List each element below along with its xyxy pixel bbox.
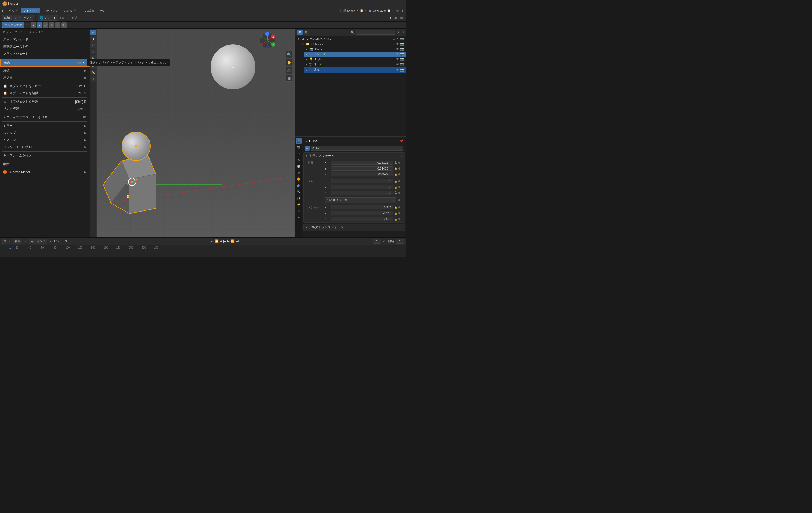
prop-tab-world[interactable]: ⚙ <box>296 170 302 176</box>
tab-sculpt[interactable]: モデリング <box>41 8 61 14</box>
menu-item-insert-keyframe[interactable]: キーフレームを挿入... I <box>0 152 90 159</box>
tool-add[interactable]: + <box>90 76 96 82</box>
lock-icon-sx[interactable]: 🔓 <box>394 206 397 209</box>
menu-item-smooth-shade[interactable]: スムーズシェード <box>0 36 90 43</box>
zoom-in-btn[interactable]: 🔍 <box>286 51 292 58</box>
keyframe-dot-mode[interactable] <box>398 199 401 201</box>
next-keyframe-btn[interactable]: ⏩ <box>231 239 235 243</box>
viewport-shading-render[interactable]: ◎ <box>399 16 404 20</box>
lock-icon-pz[interactable]: 🔓 <box>394 173 397 176</box>
viewport-shading-solid[interactable]: ● <box>388 16 392 20</box>
viewlayer-selector[interactable]: ▦ ViewLayer 📋 ✕ <box>369 9 394 12</box>
prop-tab-view[interactable]: 👁 <box>296 157 302 163</box>
select-tools[interactable]: ✚ <box>55 23 60 28</box>
menu-item-copy[interactable]: 📋 オブジェクトをコピー [Ctrl] C <box>0 82 90 90</box>
add-btn[interactable]: 追加 <box>2 15 11 21</box>
keyframe-dot-rz[interactable] <box>398 192 401 194</box>
lock-icon-sy[interactable]: 🔓 <box>394 212 397 215</box>
visibility-checkbox[interactable]: ☑ <box>393 42 395 46</box>
prop-tab-data[interactable]: ▽ <box>296 208 302 214</box>
camera-icon[interactable]: 📷 <box>400 52 404 56</box>
filter-btn[interactable]: ▼ <box>401 9 404 12</box>
prop-tab-modifier[interactable]: 🔧 <box>296 189 302 195</box>
sphere001-item[interactable]: ▶ ▽ 球.001 ⊿ 👁 📷 <box>304 67 406 73</box>
delta-transform-title[interactable]: ▶ デルタトランスフォーム <box>303 224 405 231</box>
eye-icon[interactable]: 👁 <box>396 52 399 56</box>
camera-icon[interactable]: 📷 <box>400 42 404 46</box>
last-frame-btn[interactable]: ⏭ <box>236 239 239 243</box>
maximize-btn[interactable]: □ <box>393 2 398 6</box>
object-btn[interactable]: オブジェクト <box>13 15 34 21</box>
current-frame-display[interactable]: 1 <box>373 239 381 244</box>
menu-item-paste[interactable]: 📋 オブジェクトを貼付 [Ctrl] V <box>0 90 90 97</box>
lock-icon-sz[interactable]: 🔓 <box>394 218 397 220</box>
proportional-mode[interactable]: 八... <box>65 16 70 20</box>
scene-collection-item[interactable]: ▼ 🗂 シーンコレクション ☑ 👁 📷 <box>295 36 406 42</box>
snap-options[interactable]: ⊙ <box>59 16 61 20</box>
prop-tab-object[interactable]: 🔶 <box>296 176 302 182</box>
menu-item-delete[interactable]: 削除 X <box>0 161 90 168</box>
global-mode-btn[interactable]: 🌐 グロ... ▼ <box>38 15 58 21</box>
keyframe-dot-sz[interactable] <box>398 218 401 220</box>
keying-label[interactable]: キーイング <box>29 239 47 244</box>
menu-item-duplicate[interactable]: ⧉ オブジェクトを複製 [Shift] D <box>0 98 90 105</box>
keyframe-dot-ry[interactable] <box>398 186 401 188</box>
menu-item-selected-model[interactable]: Selected Model ▶ <box>0 169 90 175</box>
position-x-value[interactable]: -0.13101 m <box>331 161 393 165</box>
cube-item[interactable]: ▶ ▽ Cube ⊿ 👁 📷 <box>304 52 406 57</box>
menu-item-move-to-collection[interactable]: コレクションに移動 M <box>0 143 90 151</box>
sphere-item[interactable]: ▶ ▽ 球 ⊿ 👁 📷 <box>304 62 406 67</box>
menu-item-flat-shade[interactable]: フラットシェード <box>0 50 90 57</box>
prop-tab-constraint[interactable]: 🔗 <box>296 183 302 188</box>
scale-z-value[interactable]: -0.915 <box>331 217 393 221</box>
select-options[interactable]: ⊕ <box>49 23 54 28</box>
position-z-value[interactable]: -0.010579 m <box>331 172 393 177</box>
outliner-search-icon[interactable]: 🔍 <box>350 30 354 34</box>
select-lasso-icon[interactable]: ◯ <box>43 23 48 28</box>
menu-item-mirror[interactable]: ミラー ▶ <box>0 122 90 129</box>
menu-item-snap[interactable]: スナップ ▶ <box>0 129 90 136</box>
camera-icon[interactable]: 📷 <box>400 63 404 66</box>
eye-icon[interactable]: 👁 <box>396 63 399 66</box>
keyframe-dot-py[interactable] <box>398 167 401 169</box>
keying-dropdown[interactable]: ▼ <box>49 240 52 242</box>
prop-tab-physics[interactable]: ⚡ <box>296 201 302 207</box>
tool-select[interactable]: ↖ <box>90 30 96 35</box>
collection-item[interactable]: ▼ 📁 Collection ☑ 👁 📷 <box>299 42 406 47</box>
timeline-mode-btn[interactable]: ⧖ <box>2 239 7 244</box>
play-label[interactable]: 再生 <box>13 239 23 244</box>
scene-selector[interactable]: 🎬 Scene ✕ 📋 ✕ <box>343 9 367 12</box>
keyframe-dot-px[interactable] <box>398 162 401 164</box>
view-label[interactable]: ビュー <box>54 239 63 243</box>
outliner-btn[interactable]: ⊞ <box>297 30 303 35</box>
scale-x-value[interactable]: -0.915 <box>331 205 393 210</box>
cube-object[interactable] <box>100 153 156 214</box>
close-btn[interactable]: ✕ <box>400 2 404 6</box>
rotation-y-value[interactable]: 0° <box>331 185 393 189</box>
tool-scale[interactable]: ⤢ <box>90 49 96 54</box>
play-pause-btn[interactable]: ▶ <box>223 239 226 243</box>
search-btn[interactable]: 🔍 <box>61 23 66 28</box>
frame-start-input[interactable]: 1 <box>396 239 404 244</box>
menu-item-origin[interactable]: 原点を... ▶ <box>0 74 90 81</box>
filter-icon[interactable]: ▼ <box>397 31 400 34</box>
lock-icon-py[interactable]: 🔓 <box>394 167 397 170</box>
prop-tab-material[interactable]: ● <box>296 214 302 220</box>
keyframe-dot-rx[interactable] <box>398 180 401 182</box>
camera-icon[interactable]: 📷 <box>400 57 404 61</box>
lock-icon-rz[interactable]: 🔓 <box>394 191 397 194</box>
tool-rotate[interactable]: ↺ <box>90 42 96 48</box>
prev-keyframe-btn[interactable]: ⏪ <box>215 239 219 243</box>
proportional-btn[interactable]: ⊛ <box>62 16 64 20</box>
eye-icon[interactable]: 👁 <box>396 57 399 61</box>
viewport-overlay-btn[interactable]: 👁 八... <box>71 16 80 20</box>
lock-icon-rx[interactable]: 🔓 <box>394 180 397 183</box>
select-circle-icon[interactable]: ● <box>37 23 42 28</box>
viewport-shading-material[interactable]: ◉ <box>393 16 398 20</box>
camera-view-icon[interactable]: 👁 <box>396 47 399 51</box>
prop-tab-render[interactable]: 📷 <box>296 144 302 150</box>
sphere-on-cube[interactable] <box>121 132 151 161</box>
eye-icon[interactable]: 👁 <box>396 68 399 72</box>
next-frame-btn[interactable]: ▶ <box>227 239 230 243</box>
minimize-btn[interactable]: — <box>387 2 391 6</box>
